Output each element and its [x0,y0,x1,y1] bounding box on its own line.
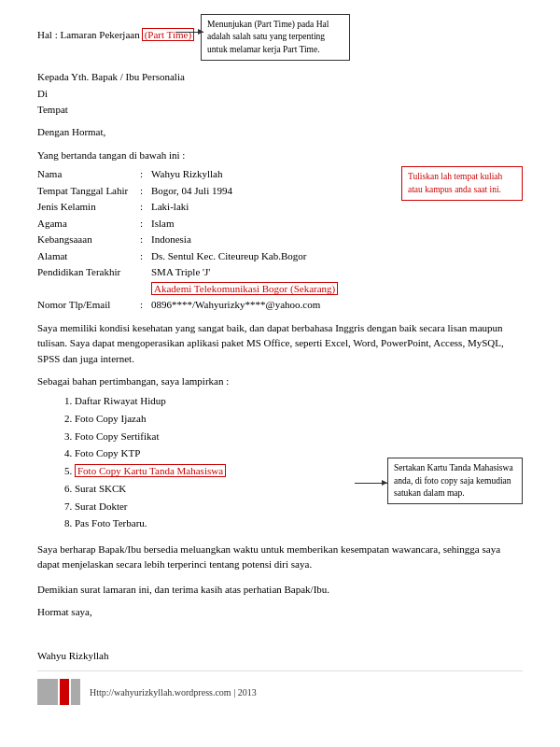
nomor-row: Nomor Tlp/Email : 0896****/Wahyurizky***… [37,297,523,313]
kepada-line1: Kepada Yth. Bapak / Ibu Personalia [37,69,523,86]
label-agama: Agama [37,216,140,232]
label-nama: Nama [37,166,140,182]
footer-bar: Http://wahyurizkyllah.wordpress.com | 20… [37,670,523,705]
value-kelamin: Laki-laki [151,199,523,215]
logo-red-block [60,679,69,705]
value-agama: Islam [151,216,523,232]
info-row-4: Kebangsaaan : Indonesia [37,232,523,247]
label-kebangsaan: Kebangsaaan [37,232,140,247]
label-kelamin: Jenis Kelamin [37,199,140,215]
footer-logo [37,679,80,705]
arrow-line-3 [355,483,387,484]
kepada-section: Kepada Yth. Bapak / Ibu Personalia Di Te… [37,69,523,140]
list-item: Foto Copy Sertifikat [75,428,523,445]
sebagai-section: Sebagai bahan pertimbangan, saya lampirk… [37,375,523,387]
list-item: Foto Copy Ijazah [75,410,523,428]
value-pendidikan: SMA Triple 'J' [151,264,523,280]
page: Hal : Lamaran Pekerjaan (Part Time) Menu… [0,0,560,747]
sma-text: SMA Triple 'J' [151,266,210,277]
label-ttl: Tempat Tanggal Lahir [37,183,140,199]
arrow-head-1 [198,29,203,35]
demikian-section: Demikian surat lamaran ini, dan terima k… [37,582,523,598]
arrow-line-1 [175,32,203,33]
value-alamat: Ds. Sentul Kec. Citeureup Kab.Bogor [151,248,523,264]
kepada-line3: Tempat [37,102,523,119]
info-row-5: Alamat : Ds. Sentul Kec. Citeureup Kab.B… [37,248,523,264]
content-body: Yang bertanda tangan di bawah ini : Tuli… [37,149,523,661]
hormat-section: Hormat saya, [37,606,523,617]
akademi-text: Akademi Telekomunikasi Bogor (Sekarang) [151,282,338,295]
part-time-text: (Part Time) [142,28,194,41]
kepada-line4: Dengan Hormat, [37,124,523,141]
list-section: Daftar Riwayat Hidup Foto Copy Ijazah Fo… [56,392,523,532]
list-item: Daftar Riwayat Hidup [75,392,523,410]
harap-section: Saya berharap Bapak/Ibu bersedia meluang… [37,542,523,572]
info-row-2: Jenis Kelamin : Laki-laki [37,199,523,215]
annotation-box-3: Sertakan Kartu Tanda Mahasiswa anda, di … [387,458,523,504]
footer-text: Http://wahyurizkyllah.wordpress.com | 20… [90,687,257,698]
hal-line: Hal : Lamaran Pekerjaan (Part Time) Menu… [37,28,523,41]
arrow-head-3 [382,480,387,486]
logo-gray2-block [71,679,80,705]
logo-gray-block [37,679,58,705]
highlight-mahasiswa: Foto Copy Kartu Tanda Mahasiswa [75,464,226,477]
list-item: Pas Foto Terbaru. [75,514,523,532]
label-alamat: Alamat [37,248,140,264]
akademi-row: Akademi Telekomunikasi Bogor (Sekarang) [37,281,523,297]
label-pendidikan: Pendidikan Terakhir [37,264,140,280]
annotation-box-1: Menunjukan (Part Time) pada Hal adalah s… [201,14,350,61]
hal-prefix: Hal : Lamaran Pekerjaan [37,29,140,40]
annotation-box-2: Tuliskan lah tempat kuliah atau kampus a… [401,166,523,201]
value-nomor: 0896****/Wahyurizky****@yahoo.com [151,297,523,313]
yang-bertanda: Yang bertanda tangan di bawah ini : [37,149,523,161]
kepada-line2: Di [37,86,523,103]
label-nomor: Nomor Tlp/Email [37,297,140,313]
pendidikan-row: Pendidikan Terakhir SMA Triple 'J' [37,264,523,280]
info-row-3: Agama : Islam [37,216,523,232]
info-table: Tuliskan lah tempat kuliah atau kampus a… [37,166,523,313]
nama-ttd: Wahyu Rizkyllah [37,650,523,661]
paragraph1: Saya memiliki kondisi kesehatan yang san… [37,320,523,367]
header-section: Hal : Lamaran Pekerjaan (Part Time) Menu… [37,28,523,41]
value-kebangsaan: Indonesia [151,232,523,247]
